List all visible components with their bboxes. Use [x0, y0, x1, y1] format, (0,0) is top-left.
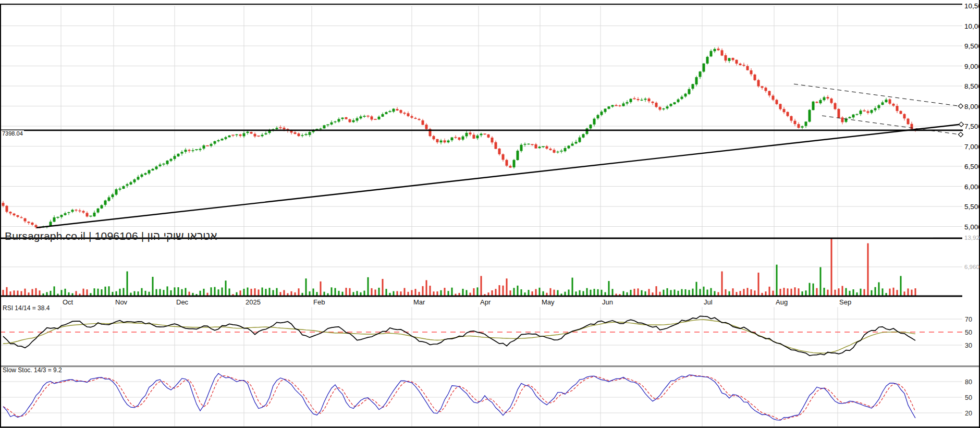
- stoch-axis-tick: 50: [965, 394, 972, 401]
- price-axis-tick: 5,500: [964, 203, 980, 211]
- stochastic-lines: [3, 373, 915, 420]
- panel-borders: [0, 0, 980, 428]
- candlesticks: [2, 47, 917, 229]
- price-axis-tick: 6,500: [964, 163, 980, 170]
- volume-axis-tick: 6,960: [964, 264, 979, 270]
- last-price-label: 7398.04: [1, 130, 24, 137]
- rsi-indicator-label: RSI 14/14 = 38.4: [3, 304, 50, 312]
- trend-overlays: [0, 84, 964, 228]
- month-axis-label: Feb: [313, 298, 325, 306]
- month-axis-label: Nov: [115, 298, 128, 306]
- rsi-axis-tick: 70: [965, 316, 972, 323]
- month-axis-label: Mar: [413, 298, 425, 306]
- chart-page: 10,50010,0009,5009,0008,5008,0007,5007,0…: [0, 0, 980, 428]
- price-axis-tick: 9,000: [964, 63, 980, 70]
- price-axis-tick: 7,500: [964, 123, 980, 130]
- month-axis-label: Aug: [776, 298, 788, 306]
- price-axis-tick: 9,500: [964, 42, 980, 50]
- stoch-axis-tick: 20: [965, 410, 972, 417]
- chart-canvas: 10,50010,0009,5009,0008,5008,0007,5007,0…: [0, 0, 980, 428]
- month-axis-label: Oct: [63, 298, 74, 306]
- rsi-axis-tick: 30: [965, 342, 972, 349]
- month-axis-label: Sep: [839, 298, 851, 306]
- month-axis-label: Apr: [480, 298, 491, 306]
- rsi-lines: [3, 316, 915, 356]
- rsi-axis-tick: 50: [965, 329, 972, 336]
- price-axis-tick: 7,000: [964, 143, 980, 151]
- price-axis-tick: 8,500: [964, 82, 980, 90]
- stoch-axis-tick: 80: [965, 378, 972, 386]
- price-axis-tick: 6,000: [964, 183, 980, 191]
- stoch-indicator-label: Slow Stoc. 14/3 = 9.2: [3, 366, 62, 374]
- price-axis-tick: 5,000: [964, 223, 980, 231]
- volume-axis-tick: 13,920: [964, 235, 980, 241]
- month-axis-label: Dec: [176, 298, 189, 306]
- volume-bars: [3, 239, 916, 296]
- price-axis-tick: 10,000: [964, 22, 980, 30]
- month-axis-label: Jul: [704, 298, 713, 306]
- month-axis-label: Jun: [602, 298, 613, 306]
- price-axis-tick: 8,000: [964, 103, 980, 111]
- month-axis-label: 2025: [246, 298, 261, 306]
- watermark-text: Bursagraph.co.il | 1096106 | אטראו שוקי …: [5, 230, 217, 242]
- month-axis-label: May: [542, 298, 555, 306]
- price-axis-tick: 10,500: [964, 2, 980, 10]
